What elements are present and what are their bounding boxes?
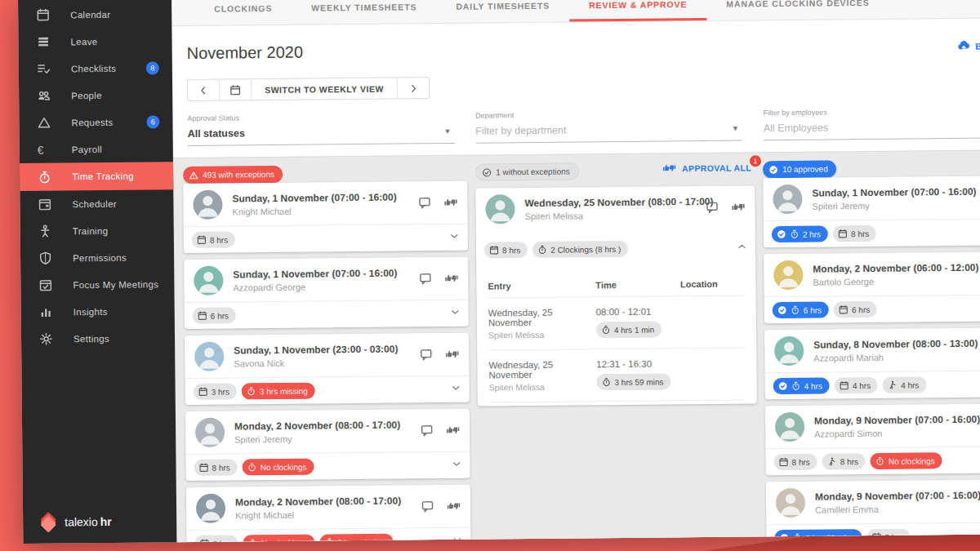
sidebar-item-insights[interactable]: Insights	[21, 297, 175, 326]
hours-pill: No clockings	[243, 535, 315, 543]
table-header: Entry	[488, 272, 595, 298]
filters-row: Approval StatusAll statuses▼DepartmentFi…	[187, 106, 980, 148]
people-icon	[37, 89, 51, 103]
tab-manage-clocking-devices[interactable]: MANAGE CLOCKING DEVICES	[706, 0, 889, 20]
table-entry-cell: Wednesday, 25 NovemberSpiteri Melissa	[488, 297, 596, 350]
timesheet-card[interactable]: Monday, 9 November (07:00 - 16:00)Azzopa…	[765, 403, 980, 475]
filter-select[interactable]: All statuses▼	[188, 126, 455, 146]
tab-clockings[interactable]: CLOCKINGS	[194, 0, 292, 25]
hours-pill: 4 hrs 1 min	[596, 321, 662, 338]
approval-all-button[interactable]: APPROVAL ALL1	[662, 161, 751, 174]
expand-toggle[interactable]	[737, 240, 747, 255]
thumbs-icon[interactable]	[444, 272, 458, 285]
filter-label: Approval Status	[187, 112, 454, 122]
switch-to-weekly-view-button[interactable]: SWITCH TO WEEKLY VIEW	[252, 78, 398, 100]
card-title: Monday, 9 November (07:00 - 16:00)	[814, 413, 980, 426]
timesheet-card[interactable]: Monday, 2 November (08:00 - 17:00)Spiter…	[185, 409, 470, 481]
comment-icon[interactable]	[421, 500, 434, 513]
card-header: Sunday, 1 November (07:00 - 16:00)Azzopa…	[184, 257, 468, 302]
card-actions	[420, 424, 460, 437]
sidebar-item-people[interactable]: People	[19, 81, 172, 109]
bulk-upload-button[interactable]: BULK UPLOAD	[956, 38, 980, 54]
card-text: Monday, 2 November (06:00 - 12:00)Bartol…	[813, 261, 980, 287]
avatar	[195, 418, 225, 447]
card-pills-row: 2 hrs8 hrs	[764, 218, 980, 247]
sidebar-item-leave[interactable]: Leave	[18, 27, 172, 56]
sidebar-item-label: Insights	[74, 306, 108, 316]
approval-all-label: APPROVAL ALL	[682, 162, 751, 173]
stopwatch-icon	[537, 245, 547, 255]
comment-icon[interactable]	[418, 272, 432, 285]
timesheet-card[interactable]: Monday, 2 November (06:00 - 12:00)Bartol…	[764, 251, 980, 323]
timesheet-card[interactable]: Sunday, 8 November (08:00 - 13:00)Azzopa…	[764, 327, 980, 399]
table-location-cell	[681, 348, 746, 401]
expand-toggle[interactable]	[450, 306, 461, 321]
talexio-logo-icon	[39, 514, 57, 531]
timesheet-card[interactable]: Sunday, 1 November (07:00 - 16:00)Spiter…	[763, 176, 980, 247]
thumbs-icon[interactable]	[447, 500, 461, 513]
expand-toggle[interactable]	[452, 534, 462, 542]
filter-select[interactable]: All Employees	[764, 120, 980, 140]
tab-daily-timesheets[interactable]: DAILY TIMESHEETS	[436, 0, 569, 23]
tab-review-approve[interactable]: REVIEW & APPROVE	[569, 0, 707, 22]
thumbs-icon[interactable]	[446, 424, 460, 437]
timesheet-card[interactable]: Sunday, 1 November (07:00 - 16:00)Azzopa…	[184, 257, 469, 329]
comment-icon[interactable]	[705, 201, 719, 214]
timesheet-card[interactable]: Wednesday, 25 November (08:00 - 17:00)Sp…	[475, 185, 757, 406]
sidebar-item-calendar[interactable]: Calendar	[18, 0, 172, 29]
avatar	[776, 488, 805, 518]
comment-icon[interactable]	[420, 424, 434, 437]
entry-person: Spiteri Melissa	[488, 329, 596, 340]
clock-alert-icon	[875, 456, 885, 466]
avatar	[194, 266, 223, 295]
timesheet-card[interactable]: Sunday, 1 November (23:00 - 03:00)Savona…	[185, 333, 470, 405]
sidebar-item-scheduler[interactable]: Scheduler	[20, 189, 173, 218]
expand-toggle[interactable]	[451, 458, 461, 473]
timesheet-card[interactable]: Monday, 2 November (08:00 - 17:00)Knight…	[186, 485, 471, 542]
filter-approval-status: Approval StatusAll statuses▼	[187, 112, 454, 146]
bulk-upload-label: BULK UPLOAD	[975, 40, 980, 51]
thumbs-icon[interactable]	[731, 200, 745, 213]
comment-icon[interactable]	[419, 348, 433, 361]
hours-pill: 8 hrs	[833, 225, 876, 242]
scheduler-icon	[38, 198, 51, 211]
sidebar-item-time-tracking[interactable]: Time Tracking	[20, 162, 173, 191]
thumbs-icon[interactable]	[443, 196, 457, 209]
comment-icon[interactable]	[417, 196, 431, 209]
leave-icon	[36, 35, 50, 49]
timesheet-card[interactable]: Monday, 9 November (07:00 - 16:00)Camill…	[766, 479, 980, 542]
hours-pill: No clockings	[243, 459, 314, 476]
calendar-picker-button[interactable]	[220, 79, 252, 100]
clock-alert-icon	[601, 325, 611, 335]
filter-select[interactable]: Filter by department▼	[475, 122, 742, 143]
hours-pill: 8 hrs	[194, 459, 237, 476]
card-pills-row: 8 hrs2 Clockings (8 hrs )	[476, 228, 755, 263]
sidebar-item-training[interactable]: Training	[20, 216, 174, 245]
previous-period-button[interactable]	[188, 80, 220, 100]
card-person: Knight Michael	[235, 509, 414, 520]
card-person: Camilleri Emma	[815, 503, 980, 514]
sidebar-item-requests[interactable]: Requests6	[19, 108, 172, 136]
sidebar-item-settings[interactable]: Settings	[21, 324, 175, 353]
thumbs-icon[interactable]	[445, 348, 459, 361]
card-header: Monday, 2 November (08:00 - 17:00)Knight…	[186, 485, 470, 530]
calendar-icon	[489, 245, 499, 255]
card-header: Monday, 9 November (07:00 - 16:00)Azzopa…	[765, 403, 980, 448]
sidebar-item-checklists[interactable]: Checklists8	[19, 54, 172, 82]
column-header: 10 approved	[763, 158, 980, 178]
tab-weekly-timesheets[interactable]: WEEKLY TIMESHEETS	[292, 0, 436, 24]
expand-toggle[interactable]	[449, 230, 460, 245]
talexio-logo: talexiohr	[39, 513, 112, 531]
hours-pill: 8 hrs	[773, 454, 817, 471]
sidebar-item-payroll[interactable]: €Payroll	[20, 135, 173, 163]
insights-icon	[39, 305, 53, 319]
timesheet-card[interactable]: Sunday, 1 November (07:00 - 16:00)Knight…	[183, 181, 468, 253]
filter-label: Department	[475, 109, 742, 119]
next-period-button[interactable]	[398, 78, 429, 98]
filter-label: Filter by employees	[764, 106, 980, 117]
time-range: 08:00 - 12:01	[596, 306, 681, 317]
card-pills-row: 3 hrs3 hrs missing	[185, 375, 470, 405]
sidebar-item-permissions[interactable]: Permissions	[20, 243, 174, 272]
expand-toggle[interactable]	[451, 382, 461, 397]
sidebar-item-focus-my-meetings[interactable]: Focus My Meetings	[20, 270, 174, 299]
